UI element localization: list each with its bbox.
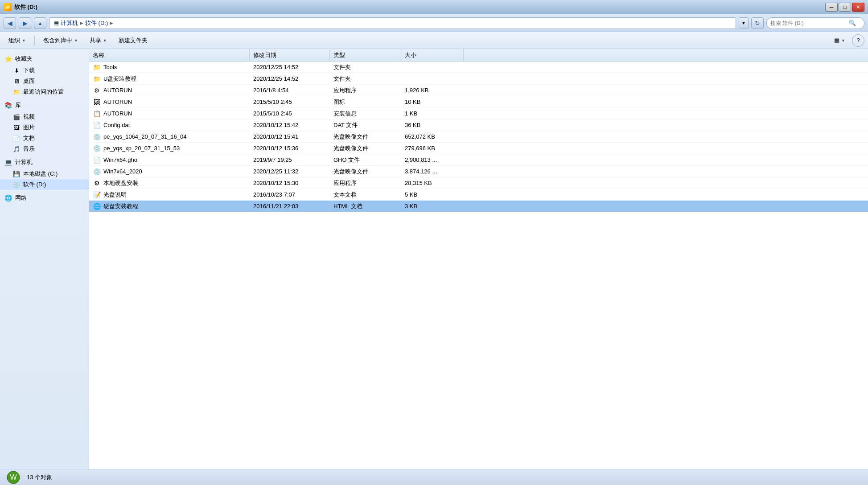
file-name-cell: ⚙ AUTORUN bbox=[89, 85, 250, 96]
sidebar-section-label-favorites: 收藏夹 bbox=[15, 55, 33, 63]
sidebar-item-drive-c[interactable]: 💾 本地磁盘 (C:) bbox=[0, 169, 89, 179]
close-button[interactable]: ✕ bbox=[852, 3, 864, 12]
table-row[interactable]: 📁 Tools 2020/12/25 14:52文件夹 bbox=[89, 62, 868, 73]
file-icon: 📁 bbox=[93, 63, 101, 71]
col-header-modified[interactable]: 修改日期 bbox=[250, 49, 330, 61]
forward-button[interactable]: ▶ bbox=[19, 17, 31, 29]
file-modified: 2016/10/23 7:07 bbox=[250, 189, 330, 200]
file-icon: 📄 bbox=[93, 121, 101, 129]
minimize-button[interactable]: ─ bbox=[825, 3, 838, 12]
sidebar-item-pictures[interactable]: 🖼 图片 bbox=[0, 122, 89, 133]
sidebar-item-icon-pictures: 🖼 bbox=[12, 123, 21, 132]
file-name-cell: ⚙ 本地硬盘安装 bbox=[89, 177, 250, 189]
file-name: 本地硬盘安装 bbox=[103, 179, 138, 187]
table-row[interactable]: 📋 AUTORUN 2015/5/10 2:45安装信息1 KB bbox=[89, 108, 868, 119]
file-type: GHO 文件 bbox=[330, 154, 401, 165]
path-part-computer[interactable]: 💻 计算机 bbox=[53, 19, 78, 27]
table-row[interactable]: 📄 Config.dat 2020/10/12 15:42DAT 文件36 KB bbox=[89, 119, 868, 131]
file-icon: 📝 bbox=[93, 191, 101, 199]
file-list: 📁 Tools 2020/12/25 14:52文件夹 📁 U盘安装教程 202… bbox=[89, 62, 868, 212]
sidebar-item-label-video: 视频 bbox=[23, 113, 35, 121]
file-type: DAT 文件 bbox=[330, 119, 401, 131]
col-header-name[interactable]: 名称 bbox=[89, 49, 250, 61]
sidebar-section-icon-libraries: 📚 bbox=[4, 101, 12, 110]
help-button[interactable]: ? bbox=[852, 34, 864, 47]
file-size: 28,315 KB bbox=[401, 177, 464, 189]
file-list-container: 名称修改日期类型大小 📁 Tools 2020/12/25 14:52文件夹 📁… bbox=[89, 49, 868, 469]
path-part-drive[interactable]: 软件 (D:) bbox=[85, 19, 108, 27]
sidebar-item-label-drive-c: 本地磁盘 (C:) bbox=[23, 170, 58, 178]
file-name-cell: 🌐 硬盘安装教程 bbox=[89, 201, 250, 212]
file-name-cell: 💿 pe_yqs_1064_20_07_31_16_04 bbox=[89, 131, 250, 142]
file-name-cell: 💿 pe_yqs_xp_20_07_31_15_53 bbox=[89, 143, 250, 154]
col-header-size[interactable]: 大小 bbox=[401, 49, 464, 61]
table-row[interactable]: 🌐 硬盘安装教程 2016/11/21 22:03HTML 文档3 KB bbox=[89, 201, 868, 212]
search-icon[interactable]: 🔍 bbox=[848, 19, 857, 28]
file-modified: 2020/12/25 14:52 bbox=[250, 62, 330, 73]
refresh-button[interactable]: ↻ bbox=[751, 17, 764, 29]
table-row[interactable]: 💿 Win7x64_2020 2020/12/25 11:32光盘映像文件3,8… bbox=[89, 166, 868, 177]
file-size: 652,072 KB bbox=[401, 131, 464, 142]
sidebar-item-icon-music: 🎵 bbox=[12, 145, 21, 153]
sidebar-item-video[interactable]: 🎬 视频 bbox=[0, 111, 89, 122]
file-name: 光盘说明 bbox=[103, 191, 127, 199]
share-dropdown-arrow: ▼ bbox=[103, 38, 107, 43]
organize-button[interactable]: 组织 ▼ bbox=[4, 34, 31, 47]
file-modified: 2019/9/7 19:25 bbox=[250, 154, 330, 165]
table-row[interactable]: 💿 pe_yqs_1064_20_07_31_16_04 2020/10/12 … bbox=[89, 131, 868, 143]
table-row[interactable]: 💿 pe_yqs_xp_20_07_31_15_53 2020/10/12 15… bbox=[89, 143, 868, 154]
table-row[interactable]: 📝 光盘说明 2016/10/23 7:07文本文档5 KB bbox=[89, 189, 868, 201]
maximize-button[interactable]: □ bbox=[839, 3, 851, 12]
file-type: 安装信息 bbox=[330, 108, 401, 119]
sidebar-section-header-favorites[interactable]: ⭐ 收藏夹 bbox=[0, 53, 89, 65]
toolbar-separator-1 bbox=[34, 35, 35, 46]
sidebar-item-downloads[interactable]: ⬇ 下载 bbox=[0, 65, 89, 76]
sidebar-section-header-network[interactable]: 🌐 网络 bbox=[0, 192, 89, 204]
file-modified: 2015/5/10 2:45 bbox=[250, 108, 330, 119]
sidebar-section-network: 🌐 网络 bbox=[0, 192, 89, 204]
file-name: Win7x64_2020 bbox=[103, 168, 142, 175]
sidebar-item-drive-d[interactable]: 💿 软件 (D:) bbox=[0, 179, 89, 190]
file-name: pe_yqs_xp_20_07_31_15_53 bbox=[103, 145, 180, 152]
sidebar-section-icon-favorites: ⭐ bbox=[4, 54, 12, 63]
table-row[interactable]: ⚙ AUTORUN 2016/1/8 4:54应用程序1,926 KB bbox=[89, 85, 868, 96]
title-bar: 📁 软件 (D:) ─ □ ✕ bbox=[0, 0, 868, 14]
sidebar-section-icon-computer: 💻 bbox=[4, 158, 12, 167]
sidebar-item-icon-drive-d: 💿 bbox=[12, 181, 21, 189]
new-folder-button[interactable]: 新建文件夹 bbox=[114, 34, 152, 47]
up-button[interactable]: ▲ bbox=[34, 17, 46, 29]
back-button[interactable]: ◀ bbox=[4, 17, 16, 29]
address-dropdown-button[interactable]: ▼ bbox=[739, 17, 749, 29]
sidebar-item-docs[interactable]: 📄 文档 bbox=[0, 133, 89, 144]
sidebar-item-recent[interactable]: 📁 最近访问的位置 bbox=[0, 86, 89, 97]
col-header-type[interactable]: 类型 bbox=[330, 49, 401, 61]
sidebar-item-icon-desktop: 🖥 bbox=[12, 77, 21, 85]
window-icon: 📁 bbox=[4, 3, 12, 11]
sidebar-section-header-libraries[interactable]: 📚 库 bbox=[0, 99, 89, 111]
sidebar-item-music[interactable]: 🎵 音乐 bbox=[0, 144, 89, 154]
table-row[interactable]: ⚙ 本地硬盘安装 2020/10/12 15:30应用程序28,315 KB bbox=[89, 177, 868, 189]
file-type: 应用程序 bbox=[330, 85, 401, 96]
file-size: 1,926 KB bbox=[401, 85, 464, 96]
table-row[interactable]: 📄 Win7x64.gho 2019/9/7 19:25GHO 文件2,900,… bbox=[89, 154, 868, 166]
toolbar: 组织 ▼ 包含到库中 ▼ 共享 ▼ 新建文件夹 ▦ ▼ ? bbox=[0, 32, 868, 49]
file-type: 光盘映像文件 bbox=[330, 166, 401, 177]
sidebar-item-label-recent: 最近访问的位置 bbox=[23, 88, 64, 96]
view-button[interactable]: ▦ ▼ bbox=[829, 34, 850, 47]
file-name-cell: 📁 U盘安装教程 bbox=[89, 73, 250, 84]
sidebar-section-header-computer[interactable]: 💻 计算机 bbox=[0, 156, 89, 169]
sidebar-item-desktop[interactable]: 🖥 桌面 bbox=[0, 76, 89, 86]
search-input[interactable] bbox=[770, 20, 846, 26]
include-dropdown-arrow: ▼ bbox=[74, 38, 78, 43]
include-in-lib-button[interactable]: 包含到库中 ▼ bbox=[38, 34, 83, 47]
table-row[interactable]: 🖼 AUTORUN 2015/5/10 2:45图标10 KB bbox=[89, 96, 868, 108]
share-button[interactable]: 共享 ▼ bbox=[85, 34, 112, 47]
file-modified: 2020/12/25 14:52 bbox=[250, 73, 330, 84]
table-row[interactable]: 📁 U盘安装教程 2020/12/25 14:52文件夹 bbox=[89, 73, 868, 85]
file-name: AUTORUN bbox=[103, 87, 132, 94]
file-modified: 2020/12/25 11:32 bbox=[250, 166, 330, 177]
sidebar-item-label-desktop: 桌面 bbox=[23, 77, 35, 85]
file-icon: 📄 bbox=[93, 156, 101, 164]
file-modified: 2016/11/21 22:03 bbox=[250, 201, 330, 212]
file-icon: 📋 bbox=[93, 110, 101, 118]
